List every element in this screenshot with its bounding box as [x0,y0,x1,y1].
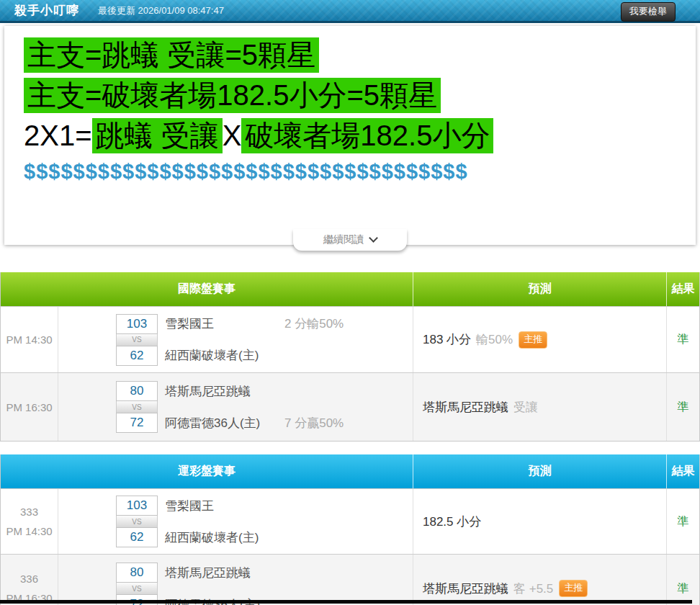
game-time: PM 16:30 [6,401,52,413]
team-away-note: 2 分輸50% [284,315,344,332]
result-cell: 準 [667,373,699,441]
prediction-cell: 182.5 小分 [413,489,667,554]
score-home: 72 [116,413,158,433]
match-cell: 103 VS 62 雪梨國王2 分輸50% 紐西蘭破壞者(主) [58,307,413,372]
tip-line-3-pick1: 跳蟻 受讓 [92,118,223,153]
score-home: 62 [116,527,158,547]
table-international: 國際盤賽事 預測 結果 PM 14:30 103 VS 62 雪梨國王2 分輸5… [0,272,700,442]
topbar: 殺手小叮嚀 最後更新 2026/01/09 08:47:47 我要檢舉 [0,0,700,23]
team-column: 雪梨國王2 分輸50% 紐西蘭破壞者(主) [165,314,344,366]
game-code: 333 [20,506,38,518]
prediction-cell: 183 小分 輸50% 主推 [413,307,667,372]
game-time: PM 14:30 [6,525,52,537]
vs-badge: VS [116,516,158,527]
team-column: 塔斯馬尼亞跳蟻 阿德雷德36人(主)7 分贏50% [165,381,344,433]
score-away: 103 [116,496,158,516]
score-column: 80 VS 72 [116,381,158,433]
result-cell: 準 [667,489,699,554]
prediction-cell: 塔斯馬尼亞跳蟻 受讓 [413,373,667,441]
bottom-divider [0,600,692,604]
tip-line-3-separator: X [223,118,242,153]
score-away: 103 [116,314,158,334]
table-row: 336 PM 16:30 80 VS 72 塔斯馬尼亞跳蟻 阿德雷德36人(主)… [1,554,699,605]
report-button[interactable]: 我要檢舉 [621,2,676,22]
chevron-down-icon [369,233,378,243]
team-home: 紐西蘭破壞者(主) [165,529,279,546]
article-card: 主支=跳蟻 受讓=5顆星 主支=破壞者場182.5小分=5顆星 2X1=跳蟻 受… [4,26,696,245]
tip-line-1: 主支=跳蟻 受讓=5顆星 [24,37,696,72]
team-away: 雪梨國王 [165,498,279,514]
table-sports-lottery: 運彩盤賽事 預測 結果 333 PM 14:30 103 VS 62 雪梨國王 … [0,454,700,605]
team-home: 紐西蘭破壞者(主) [165,347,279,364]
game-code: 336 [20,573,38,585]
match-cell: 103 VS 62 雪梨國王 紐西蘭破壞者(主) [58,489,413,554]
score-away: 80 [116,381,158,401]
tip-line-3-prefix: 2X1= [24,118,92,153]
dollar-line: $$$$$$$$$$$$$$$$$$$$$$$$$$$$$$$$$$$$ [24,160,696,184]
tip-line-3: 2X1=跳蟻 受讓X破壞者場182.5小分 [24,118,696,153]
prediction-main: 塔斯馬尼亞跳蟻 [423,399,508,416]
header-events: 運彩盤賽事 [1,454,413,488]
result-cell: 準 [667,307,699,372]
team-away: 塔斯馬尼亞跳蟻 [165,383,279,400]
header-result: 結果 [667,454,699,488]
header-prediction: 預測 [413,272,667,306]
team-home-note: 7 分贏50% [284,415,344,431]
time-cell: PM 14:30 [1,307,58,372]
result-cell: 準 [667,555,699,605]
match-cell: 80 VS 72 塔斯馬尼亞跳蟻 阿德雷德36人(主)7 分贏50% [58,373,413,441]
table-sports-lottery-header: 運彩盤賽事 預測 結果 [1,454,699,488]
time-cell: 336 PM 16:30 [1,555,58,605]
main-push-badge: 主推 [559,580,588,597]
last-updated: 最後更新 2026/01/09 08:47:47 [98,4,224,17]
continue-reading-label: 繼續閱讀 [323,233,364,246]
page-title: 殺手小叮嚀 [14,2,79,19]
score-home: 62 [116,346,158,366]
tip-line-2: 主支=破壞者場182.5小分=5顆星 [24,78,696,112]
team-away: 雪梨國王 [165,315,279,332]
prediction-main: 塔斯馬尼亞跳蟻 [423,581,508,597]
team-away: 塔斯馬尼亞跳蟻 [165,565,279,581]
prediction-cell: 塔斯馬尼亞跳蟻 客 +5.5 主推 [413,555,667,605]
main-push-badge: 主推 [519,331,547,349]
time-cell: PM 16:30 [1,373,58,441]
score-away: 80 [116,563,158,583]
game-time: PM 14:30 [6,333,52,346]
prediction-note: 客 +5.5 [513,581,553,597]
prediction-note: 輸50% [476,331,513,348]
team-column: 塔斯馬尼亞跳蟻 阿德雷德36人(主) [165,563,279,605]
team-home: 阿德雷德36人(主) [165,415,279,431]
tip-line-3-pick2: 破壞者場182.5小分 [241,118,493,153]
table-row: PM 16:30 80 VS 72 塔斯馬尼亞跳蟻 阿德雷德36人(主)7 分贏… [1,372,699,441]
header-prediction: 預測 [413,454,667,488]
score-column: 103 VS 62 [116,314,158,366]
table-row: 333 PM 14:30 103 VS 62 雪梨國王 紐西蘭破壞者(主) 18… [1,488,699,554]
header-events: 國際盤賽事 [1,272,413,306]
prediction-main: 182.5 小分 [423,514,481,530]
time-cell: 333 PM 14:30 [1,489,58,554]
continue-reading-tab[interactable]: 繼續閱讀 [293,229,407,251]
vs-badge: VS [116,583,158,594]
table-row: PM 14:30 103 VS 62 雪梨國王2 分輸50% 紐西蘭破壞者(主)… [1,306,699,372]
score-column: 80 VS 72 [116,563,158,605]
header-result: 結果 [667,272,699,306]
score-column: 103 VS 62 [116,496,158,547]
vs-badge: VS [116,401,158,413]
table-international-header: 國際盤賽事 預測 結果 [1,272,699,306]
vs-badge: VS [116,334,158,346]
prediction-note: 受讓 [513,399,538,416]
team-column: 雪梨國王 紐西蘭破壞者(主) [165,496,279,547]
match-cell: 80 VS 72 塔斯馬尼亞跳蟻 阿德雷德36人(主) [58,555,413,605]
prediction-main: 183 小分 [423,331,471,348]
